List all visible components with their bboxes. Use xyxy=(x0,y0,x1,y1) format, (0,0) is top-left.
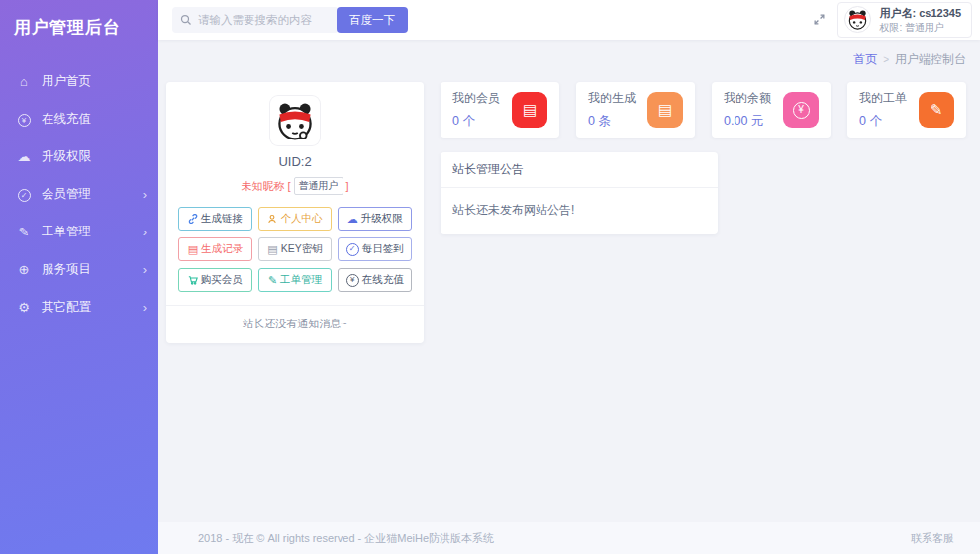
bracket-close: ] xyxy=(346,180,349,192)
breadcrumb-home-link[interactable]: 首页 xyxy=(853,51,877,68)
username-value: cs12345 xyxy=(919,7,961,19)
ticket-icon: ✎ xyxy=(919,92,954,128)
ticket-icon: ✎ xyxy=(268,275,277,286)
announcement-title: 站长管理公告 xyxy=(441,152,718,188)
stat-value: 0 个 xyxy=(859,113,907,130)
user-info: 用户名: cs12345 权限: 普通用户 xyxy=(879,6,961,34)
search-input[interactable] xyxy=(198,14,339,26)
avatar xyxy=(844,6,871,33)
stat-card-members[interactable]: 我的会员 0 个 ▤ xyxy=(441,82,559,138)
key-secret-button[interactable]: ▤ KEY密钥 xyxy=(258,237,333,261)
sidebar-item-members[interactable]: ✓ 会员管理 › xyxy=(0,175,158,213)
sidebar-item-label: 会员管理 xyxy=(42,186,91,203)
check-circle-icon: ✓ xyxy=(346,243,359,256)
upgrade-permission-button[interactable]: ☁ 升级权限 xyxy=(338,207,412,231)
footer: 2018 - 现在 © All rights reserved - 企业猫Mei… xyxy=(158,522,980,554)
topbar-right: 用户名: cs12345 权限: 普通用户 xyxy=(813,2,972,38)
search-group: 百度一下 xyxy=(172,7,408,33)
home-icon: ⌂ xyxy=(16,74,32,89)
sidebar-item-label: 用户首页 xyxy=(42,73,91,90)
announcement-body: 站长还未发布网站公告! xyxy=(441,188,718,234)
stat-value: 0 条 xyxy=(588,113,636,130)
owner-notice-text: 站长还没有通知消息~ xyxy=(166,305,424,343)
yen-circle-icon: ¥ xyxy=(346,274,359,287)
stat-title: 我的余额 xyxy=(724,90,771,107)
app-title: 用户管理后台 xyxy=(0,0,158,52)
stat-value: 0.00 元 xyxy=(724,113,771,130)
chevron-right-icon: › xyxy=(143,225,147,239)
chevron-right-icon: › xyxy=(143,262,147,277)
check-circle-icon: ✓ xyxy=(16,186,32,203)
role-label: 权限: xyxy=(879,22,902,33)
gear-icon: ⚙ xyxy=(16,300,32,315)
copyright-text: 2018 - 现在 © All rights reserved - 企业猫Mei… xyxy=(198,531,494,546)
search-icon xyxy=(180,14,192,26)
nickname-text: 未知昵称 xyxy=(241,179,284,194)
document-icon: ▤ xyxy=(188,244,198,255)
nickname-line: 未知昵称 [ 普通用户 ] xyxy=(178,177,412,195)
cart-icon xyxy=(188,275,198,285)
sidebar-item-upgrade[interactable]: ☁ 升级权限 xyxy=(0,138,158,175)
search-box xyxy=(172,7,339,33)
ticket-manage-button[interactable]: ✎ 工单管理 xyxy=(258,268,333,292)
generate-link-button[interactable]: 生成链接 xyxy=(178,207,252,231)
document-icon: ▤ xyxy=(267,244,277,255)
sidebar-item-recharge[interactable]: ¥ 在线充值 xyxy=(0,100,158,138)
avatar xyxy=(270,96,320,145)
yen-circle-icon: ¥ xyxy=(16,111,32,128)
top-bar: 百度一下 用户名: cs12345 xyxy=(158,0,980,40)
breadcrumb-separator: > xyxy=(883,54,889,65)
stat-title: 我的生成 xyxy=(588,90,636,107)
sidebar-item-label: 在线充值 xyxy=(42,111,91,128)
user-icon xyxy=(267,214,277,224)
sidebar-item-settings[interactable]: ⚙ 其它配置 › xyxy=(0,288,158,325)
stats-row: 我的会员 0 个 ▤ 我的生成 0 条 ▤ 我的余额 0.00 元 xyxy=(441,82,966,138)
cloud-icon: ☁ xyxy=(347,214,358,225)
sidebar: 用户管理后台 ⌂ 用户首页 ¥ 在线充值 ☁ 升级权限 ✓ 会员管理 › ✎ 工… xyxy=(0,0,158,554)
globe-icon: ⊕ xyxy=(16,262,32,277)
stat-card-generated[interactable]: 我的生成 0 条 ▤ xyxy=(576,82,695,138)
generate-records-button[interactable]: ▤ 生成记录 xyxy=(178,237,252,261)
link-icon xyxy=(188,214,198,224)
daily-checkin-button[interactable]: ✓ 每日签到 xyxy=(338,237,412,261)
role-value: 普通用户 xyxy=(905,22,944,33)
document-icon: ▤ xyxy=(647,92,683,128)
stat-card-tickets[interactable]: 我的工单 0 个 ✎ xyxy=(847,82,966,138)
bracket-open: [ xyxy=(287,180,290,192)
username-label: 用户名: xyxy=(879,7,916,19)
personal-center-button[interactable]: 个人中心 xyxy=(258,207,333,231)
breadcrumb: 首页 > 用户端控制台 xyxy=(158,40,980,72)
sidebar-item-home[interactable]: ⌂ 用户首页 xyxy=(0,62,158,100)
sidebar-item-services[interactable]: ⊕ 服务项目 › xyxy=(0,250,158,288)
sidebar-item-tickets[interactable]: ✎ 工单管理 › xyxy=(0,213,158,250)
chevron-right-icon: › xyxy=(143,187,147,202)
contact-support-link[interactable]: 联系客服 xyxy=(911,531,954,546)
main-area: 百度一下 用户名: cs12345 xyxy=(158,0,980,554)
role-tag: 普通用户 xyxy=(294,177,343,195)
document-icon: ▤ xyxy=(512,92,547,128)
stat-value: 0 个 xyxy=(452,113,500,130)
stat-title: 我的会员 xyxy=(452,90,500,107)
yen-circle-icon: ¥ xyxy=(783,92,819,128)
uid-text: UID:2 xyxy=(178,154,412,169)
chevron-right-icon: › xyxy=(143,300,147,315)
profile-actions: 生成链接 个人中心 ☁ 升级权限 ▤ 生成记录 ▤ xyxy=(178,207,412,292)
cloud-upload-icon: ☁ xyxy=(16,149,32,164)
sidebar-item-label: 服务项目 xyxy=(42,261,91,278)
right-column: 我的会员 0 个 ▤ 我的生成 0 条 ▤ 我的余额 0.00 元 xyxy=(441,82,966,234)
online-recharge-button[interactable]: ¥ 在线充值 xyxy=(338,268,412,292)
stat-title: 我的工单 xyxy=(859,90,907,107)
buy-membership-button[interactable]: 购买会员 xyxy=(178,268,252,292)
announcement-panel: 站长管理公告 站长还未发布网站公告! xyxy=(441,152,718,234)
stat-card-balance[interactable]: 我的余额 0.00 元 ¥ xyxy=(712,82,831,138)
sidebar-nav: ⌂ 用户首页 ¥ 在线充值 ☁ 升级权限 ✓ 会员管理 › ✎ 工单管理 › ⊕… xyxy=(0,52,158,325)
sidebar-item-label: 升级权限 xyxy=(42,148,91,165)
search-button[interactable]: 百度一下 xyxy=(337,7,408,33)
profile-card: UID:2 未知昵称 [ 普通用户 ] 生成链接 xyxy=(166,82,424,343)
fullscreen-icon[interactable] xyxy=(813,13,826,26)
sidebar-item-label: 其它配置 xyxy=(42,299,91,316)
breadcrumb-current: 用户端控制台 xyxy=(895,51,966,68)
content: UID:2 未知昵称 [ 普通用户 ] 生成链接 xyxy=(158,72,980,522)
user-menu[interactable]: 用户名: cs12345 权限: 普通用户 xyxy=(837,2,972,38)
sidebar-item-label: 工单管理 xyxy=(42,224,91,240)
